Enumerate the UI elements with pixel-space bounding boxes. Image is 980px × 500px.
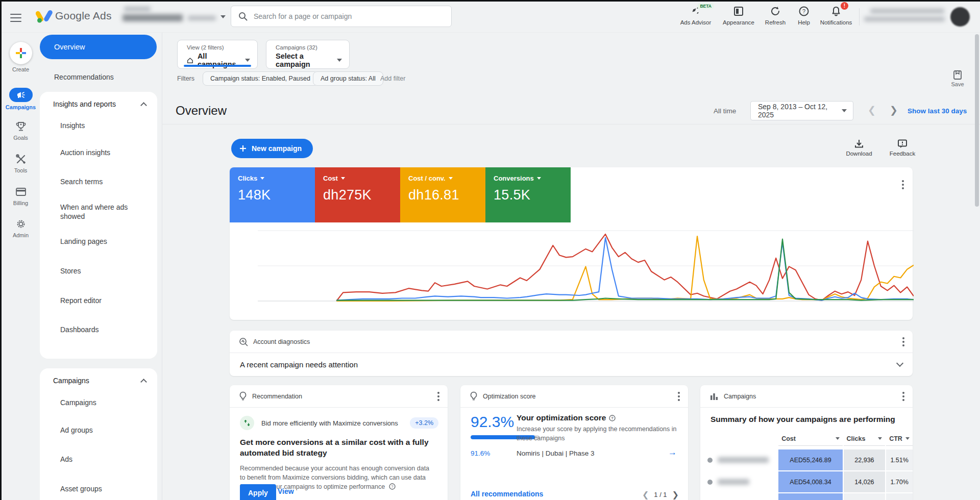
chart-menu-kebab-icon[interactable] [902,179,904,191]
table-row-partial [700,493,913,500]
show-last-30-days-link[interactable]: Show last 30 days [908,107,967,115]
sidebar-item-insights[interactable]: Insights [40,113,157,138]
date-next-button[interactable]: ❯ [890,104,898,115]
sidebar-item-auction-insights[interactable]: Auction insights [40,138,157,167]
avatar[interactable] [950,7,970,27]
scorecard-conversions[interactable]: Conversions 15.5K [485,167,571,222]
sidebar-item-search-terms[interactable]: Search terms [40,167,157,196]
view-dropdown[interactable]: View (2 filters) All campaigns [177,40,258,69]
save-icon [953,70,962,80]
save-button[interactable]: Save [944,70,971,87]
optimization-score-card: Optimization score 92.3% Your optimizati… [460,385,688,500]
page-indicator: 1 / 1 [654,491,667,498]
admin-label: Admin [2,232,40,238]
sidebar-group-campaigns-header[interactable]: Campaigns [40,368,157,390]
chevron-down-icon [896,360,903,367]
metric-caret-icon [537,177,541,180]
campaigns-pill[interactable] [9,88,33,102]
optimization-title: Optimization score [483,393,678,400]
scorecard-cost[interactable]: Cost dh275K [315,167,400,222]
sidebar-item-ad-groups[interactable]: Ad groups [40,415,157,445]
diagnostics-alert-row[interactable]: A recent campaign needs attention [230,353,913,376]
rail-item-create[interactable]: Create [2,42,40,72]
metric-caret-icon [449,177,453,180]
gear-icon [15,218,27,230]
account-diagnostics-card: Account diagnostics A recent campaign ne… [230,331,913,376]
rail-item-admin[interactable]: Admin [2,218,40,238]
diagnostics-kebab-icon[interactable] [902,336,904,348]
sidebar-item-stores[interactable]: Stores [40,256,157,286]
page-next-icon[interactable]: ❯ [672,490,679,499]
ads-advisor-label: Ads Advisor [676,19,715,26]
campaigns-kebab-icon[interactable] [902,390,904,403]
sidebar-item-when-and-where[interactable]: When and where ads showed [40,196,157,227]
hamburger-menu-icon[interactable] [10,11,21,20]
table-row[interactable]: AED55,246.89 22,936 1.51% [700,449,913,470]
tools-label: Tools [2,167,40,173]
arrow-right-icon[interactable]: → [668,447,677,458]
rail-item-billing[interactable]: Billing [2,186,40,206]
campaign-select-dropdown[interactable]: Campaigns (32) Select a campaign [266,40,350,69]
date-prev-button[interactable]: ❮ [868,104,876,115]
all-recommendations-link[interactable]: All recommendations [471,490,543,498]
svg-text:?: ? [611,416,614,420]
ads-advisor-button[interactable]: BETA Ads Advisor [676,5,715,26]
column-header-clicks[interactable]: Clicks [844,435,886,446]
recommendation-kebab-icon[interactable] [437,390,439,403]
sidebar-item-overview[interactable]: Overview [40,35,157,59]
page-scrollbar-thumb[interactable] [975,34,979,207]
sidebar-item-report-editor[interactable]: Report editor [40,286,157,315]
sidebar-group-insights: Insights and reports Insights Auction in… [40,92,157,359]
account-name-blurred[interactable] [122,14,183,21]
clicks-cell: 14,026 [844,471,886,492]
recommendation-item-row[interactable]: Bid more efficiently with Maximize conve… [230,408,448,430]
feedback-button[interactable]: Feedback [885,139,920,157]
column-header-ctr[interactable]: CTR [886,435,913,446]
optimization-kebab-icon[interactable] [678,390,680,403]
sidebar-item-ads[interactable]: Ads [40,445,157,474]
column-header-cost[interactable]: Cost [778,435,842,446]
breadcrumb-blurred [124,7,151,11]
topbar: Google Ads BETA Ads Advisor Appea [0,0,980,33]
campaigns-table: Cost Clicks CTR AED55,246.89 22,936 1.51… [700,432,913,500]
filter-chip-campaign-status[interactable]: Campaign status: Enabled, Paused [203,71,318,86]
sidebar-item-asset-groups[interactable]: Asset groups [40,474,157,500]
date-range-picker[interactable]: Sep 8, 2013 – Oct 12, 2025 [750,101,853,120]
view-button[interactable]: View [278,487,294,495]
scorecard-clicks[interactable]: Clicks 148K [230,167,315,222]
new-campaign-button[interactable]: New campaign [231,139,313,158]
sidebar-item-dashboards[interactable]: Dashboards [40,315,157,344]
global-search[interactable] [231,6,452,27]
uplift-badge: +3.2% [410,417,438,429]
sidebar-group-campaigns: Campaigns Campaigns Ad groups Ads Asset … [40,368,157,500]
optimization-subtext: Increase your score by applying the reco… [517,425,685,443]
notification-badge: ! [841,2,848,10]
table-row[interactable]: AED54,008.34 14,026 1.70% [700,471,913,492]
apply-button[interactable]: Apply [240,484,276,500]
sidebar-item-recommendations[interactable]: Recommendations [40,68,157,86]
rail-item-tools[interactable]: Tools [2,153,40,173]
notifications-button[interactable]: ! Notifications [817,5,855,26]
add-filter-button[interactable]: Add filter [380,75,405,82]
appearance-button[interactable]: Appearance [719,5,758,26]
account-switcher-caret-icon[interactable] [220,15,226,18]
sidebar-item-landing-pages[interactable]: Landing pages [40,227,157,256]
sidebar-group-insights-header[interactable]: Insights and reports [40,92,157,113]
refresh-icon [770,6,781,17]
scorecard-cost-per-conv[interactable]: Cost / conv. dh16.81 [400,167,485,222]
rail-item-campaigns[interactable]: Campaigns [2,88,40,110]
user-email-blurred [864,17,945,21]
download-button[interactable]: Download [841,139,877,157]
sidebar-item-campaigns[interactable]: Campaigns [40,390,157,415]
create-button[interactable] [10,42,32,64]
overview-chart [258,227,914,308]
bid-strategy-icon [243,419,251,427]
bell-icon [830,6,842,17]
rail-item-goals[interactable]: Goals [2,120,40,141]
sort-caret-icon [878,437,882,440]
filters-label: Filters [177,75,194,82]
page-prev-icon[interactable]: ❮ [642,490,649,499]
create-label: Create [2,66,40,72]
filter-chip-ad-group-status[interactable]: Ad group status: All [313,71,383,86]
search-input[interactable] [254,12,444,20]
